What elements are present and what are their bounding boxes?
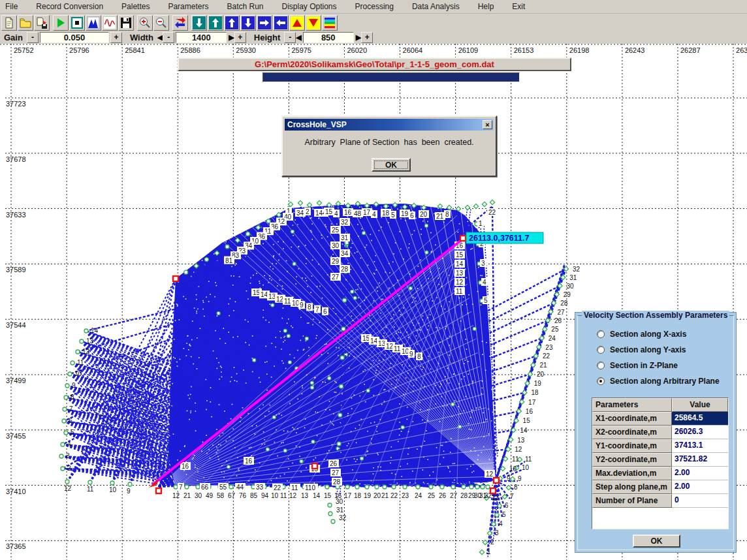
triangle-up-icon[interactable] [289,15,305,31]
dialog-title-bar[interactable]: CrossHole_VSP [285,119,494,131]
waveform-icon[interactable] [102,15,118,31]
progress-bar [262,72,520,82]
svg-text:6: 6 [410,212,414,219]
svg-text:7: 7 [510,493,514,500]
arrow-up-blue-icon[interactable] [224,15,240,31]
gain-increase-button[interactable]: + [110,32,122,43]
svg-text:31: 31 [336,506,344,514]
height-decrease-button[interactable]: - [284,32,296,43]
open-file-icon[interactable] [18,15,33,31]
svg-text:26: 26 [439,492,447,499]
table-row: Max.deviation,m2.00 [592,467,728,480]
menu-item-palettes[interactable]: Palettes [112,0,159,13]
menu-item-display-options[interactable]: Display Options [273,0,346,13]
svg-text:24: 24 [548,335,556,342]
run-icon[interactable] [53,15,69,31]
svg-text:4: 4 [372,211,376,218]
height-increase-button[interactable]: + [361,32,373,43]
svg-text:18: 18 [354,492,362,499]
param-value-cell[interactable]: 37521.82 [672,453,728,467]
menu-item-batch-run[interactable]: Batch Run [217,0,272,13]
stop-icon[interactable] [69,15,85,31]
svg-text:18: 18 [382,210,390,217]
menu-item-file[interactable]: File [0,0,27,13]
svg-text:4: 4 [67,441,71,448]
svg-text:37678: 37678 [6,155,26,163]
svg-text:9: 9 [300,302,304,309]
svg-text:28: 28 [341,266,349,273]
svg-text:33: 33 [256,484,264,491]
svg-text:20: 20 [537,371,545,378]
radio-circle[interactable] [597,377,605,385]
svg-text:9: 9 [518,475,522,482]
svg-text:15: 15 [456,251,464,258]
param-value-cell[interactable]: 26026.3 [672,426,728,439]
palette-icon[interactable] [322,15,338,31]
svg-text:37365: 37365 [6,542,26,550]
zoom-out-icon[interactable] [153,15,169,31]
swap-arrows-icon[interactable] [172,15,188,31]
svg-text:2: 2 [490,538,494,546]
close-icon[interactable]: × [483,120,492,129]
menu-item-data-analysis[interactable]: Data Analysis [403,0,469,13]
svg-text:12: 12 [515,446,522,453]
arrow-down-blue-icon[interactable] [240,15,256,31]
radio-option-2[interactable]: Section along Y-axis [597,345,686,354]
param-value-cell[interactable]: 2.00 [672,467,728,480]
param-value-cell[interactable]: 25864.5 [672,412,728,426]
arrow-right-blue-icon[interactable] [257,15,272,31]
menu-item-parameters[interactable]: Parameters [159,0,217,13]
dialog-ok-button[interactable]: OK [372,158,411,172]
svg-text:25: 25 [428,492,436,499]
svg-text:11: 11 [512,456,519,463]
svg-text:12: 12 [486,471,494,478]
width-value-field[interactable]: 1400 [176,32,227,43]
arrow-up-teal-icon[interactable] [208,15,223,31]
menu-item-exit[interactable]: Exit [503,0,534,13]
width-increase-button[interactable]: + [234,32,246,43]
radio-circle[interactable] [597,362,605,369]
param-name-cell: Step along plane,m [592,480,672,494]
zoom-in-icon[interactable] [137,15,153,31]
svg-text:13: 13 [301,492,309,499]
param-value-cell[interactable]: 0 [672,494,728,508]
menu-item-help[interactable]: Help [469,0,503,13]
svg-text:110: 110 [305,484,315,491]
table-row: X2-coordinate,m26026.3 [592,426,728,439]
save-convert-icon[interactable] [34,15,50,31]
menu-item-processing[interactable]: Processing [346,0,403,13]
svg-text:9: 9 [72,382,76,389]
triangle-down-icon[interactable] [306,15,321,31]
radio-circle[interactable] [597,346,605,354]
svg-text:14: 14 [261,291,268,298]
radio-option-1[interactable]: Section along X-axis [597,330,686,339]
svg-text:26198: 26198 [569,46,590,54]
panel-ok-button[interactable]: OK [633,535,680,548]
gain-value-field[interactable]: 0.050 [40,32,109,43]
svg-text:7: 7 [179,484,183,491]
gain-decrease-button[interactable]: - [27,32,39,43]
arrow-left-blue-icon[interactable] [273,15,289,31]
menu-item-record-conversion[interactable]: Record Conversion [27,0,112,13]
svg-text:14: 14 [313,492,321,499]
width-right-arrow-icon[interactable]: ▶ [229,33,234,42]
new-file-icon[interactable] [1,15,17,31]
width-left-arrow-icon[interactable]: ◀ [157,33,163,42]
save-icon[interactable] [118,15,134,31]
height-right-arrow-icon[interactable]: ▶ [356,33,361,42]
svg-text:13: 13 [492,494,500,501]
svg-text:10: 10 [74,370,82,377]
radio-option-3[interactable]: Section in Z-Plane [597,361,678,370]
param-value-cell[interactable]: 37413.1 [672,439,728,453]
height-value-field[interactable]: 850 [303,32,354,43]
param-value-cell[interactable]: 2.00 [672,480,728,494]
radio-circle[interactable] [597,330,605,338]
histogram-icon[interactable] [86,15,101,31]
arrow-down-teal-icon[interactable] [191,15,207,31]
width-decrease-button[interactable]: - [163,32,174,43]
radio-option-4[interactable]: Section along Arbitrary Plane [597,377,720,386]
svg-text:15: 15 [523,417,531,424]
height-left-arrow-icon[interactable]: ◀ [296,33,301,42]
svg-text:58: 58 [217,492,225,499]
svg-text:22: 22 [390,492,398,499]
